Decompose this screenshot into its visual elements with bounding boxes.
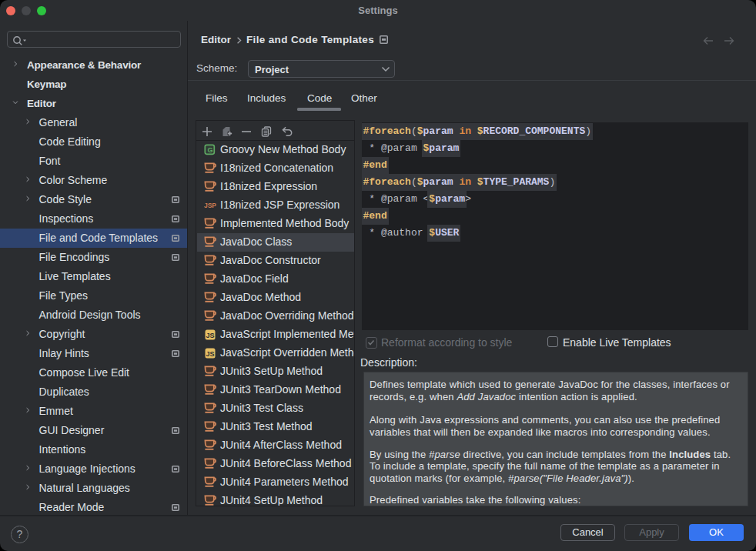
svg-text:JSP: JSP xyxy=(204,202,216,209)
svg-text:JS: JS xyxy=(206,349,214,357)
svg-text:G: G xyxy=(207,146,212,154)
svg-text:JS: JS xyxy=(206,331,214,339)
